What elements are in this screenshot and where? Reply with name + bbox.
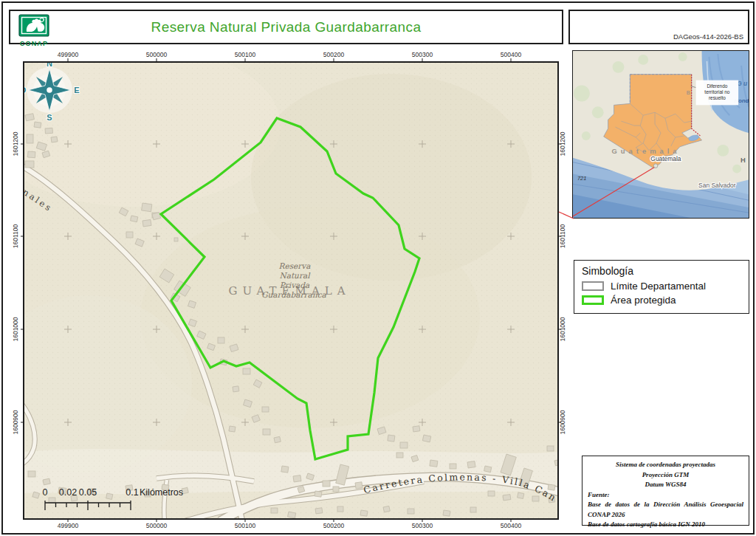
departmental-limit-swatch	[582, 281, 604, 291]
inset-water-label-1: G u	[737, 80, 747, 87]
svg-text:Reserva: Reserva	[279, 261, 312, 270]
inset-country-label: G u a t e m a l a	[612, 147, 678, 155]
legend-item-protected-area: Área protegida	[582, 295, 741, 306]
inset-map-box: B G u Hond G u a t e m a l a Guatemala S…	[572, 50, 749, 219]
svg-text:1601200: 1601200	[559, 131, 566, 156]
svg-text:Privada: Privada	[280, 281, 310, 289]
svg-text:Guardabarranca: Guardabarranca	[261, 290, 326, 299]
compass-east-label: E	[74, 86, 79, 95]
territorial-note: Diferendo territorial no resuelto	[691, 80, 738, 106]
svg-text:500000: 500000	[146, 51, 168, 58]
inset-road-number: 721	[577, 175, 586, 182]
svg-text:500200: 500200	[323, 522, 345, 529]
svg-text:500100: 500100	[235, 522, 256, 529]
scale-unit: Kilómetros	[140, 487, 183, 498]
conap-logo-icon	[17, 14, 51, 38]
svg-text:499900: 499900	[58, 522, 79, 529]
inset-city-dot	[653, 164, 658, 168]
svg-text:1600900: 1600900	[559, 410, 566, 434]
svg-text:Diferendo: Diferendo	[707, 83, 727, 89]
inset-belize-label: B	[687, 89, 690, 96]
svg-text:1601100: 1601100	[559, 224, 566, 249]
scale-01: 0.1	[126, 487, 138, 498]
legend-item-label: Área protegida	[611, 295, 676, 306]
protected-area-swatch	[582, 295, 604, 305]
source-line-1: Base de datos de la Dirección Análisis G…	[588, 500, 743, 520]
svg-text:1601200: 1601200	[12, 131, 19, 156]
conap-logo: CONAP	[13, 14, 55, 47]
svg-text:Natural: Natural	[279, 271, 311, 280]
inset-honduras-label: H o	[740, 156, 749, 164]
fuente-label: Fuente:	[588, 490, 743, 501]
svg-text:1601000: 1601000	[559, 317, 566, 341]
header-box: CONAP Reserva Natural Privada Guardabarr…	[9, 10, 563, 44]
svg-text:territorial no: territorial no	[704, 89, 729, 95]
svg-text:500400: 500400	[501, 522, 522, 529]
map-sheet: CONAP Reserva Natural Privada Guardabarr…	[0, 0, 756, 536]
legend-item-departmental: Límite Departamental	[582, 281, 741, 292]
scale-002: 0.02	[59, 487, 77, 498]
svg-text:1601000: 1601000	[12, 317, 19, 341]
svg-text:500300: 500300	[412, 522, 433, 529]
legend-item-label: Límite Departamental	[611, 281, 706, 292]
svg-text:500000: 500000	[146, 522, 168, 529]
svg-text:1600900: 1600900	[12, 410, 19, 434]
svg-text:500300: 500300	[412, 51, 433, 58]
projection-line: Proyección GTM	[588, 470, 743, 481]
source-line-2: Base de datos cartografía básica IGN 201…	[588, 520, 743, 530]
svg-text:500100: 500100	[235, 51, 256, 58]
scale-005: 0.05	[79, 487, 97, 498]
document-code: DAGeos-414-2026-BS	[673, 32, 743, 41]
compass-north-label: N	[47, 59, 52, 68]
meta-box: DAGeos-414-2026-BS	[568, 10, 749, 44]
svg-text:resuelto: resuelto	[709, 95, 726, 100]
inset-san-salvador-label: San Salvador	[698, 182, 736, 189]
legend-title: Simbología	[582, 265, 741, 277]
svg-text:499900: 499900	[58, 51, 79, 58]
svg-text:1601100: 1601100	[12, 224, 19, 249]
map-canvas: GUATEMALA Reserva Natural Privada Guarda…	[9, 46, 561, 521]
scale-0: 0	[43, 487, 48, 498]
page-title: Reserva Natural Privada Guardabarranca	[151, 19, 422, 35]
datum-line: Datum WGS84	[588, 480, 743, 490]
main-map: GUATEMALA Reserva Natural Privada Guarda…	[9, 46, 568, 533]
inset-map: B G u Hond G u a t e m a l a Guatemala S…	[573, 51, 749, 218]
compass-south-label: S	[47, 113, 52, 122]
legend-box: Simbología Límite Departamental Área pro…	[574, 260, 749, 314]
svg-text:500400: 500400	[501, 51, 522, 58]
svg-text:500200: 500200	[323, 51, 345, 58]
inset-city-label: Guatemala	[650, 155, 681, 162]
coordinate-system-line: Sistema de coordenadas proyectadas	[588, 460, 743, 470]
info-box: Sistema de coordenadas proyectadas Proye…	[582, 456, 749, 526]
